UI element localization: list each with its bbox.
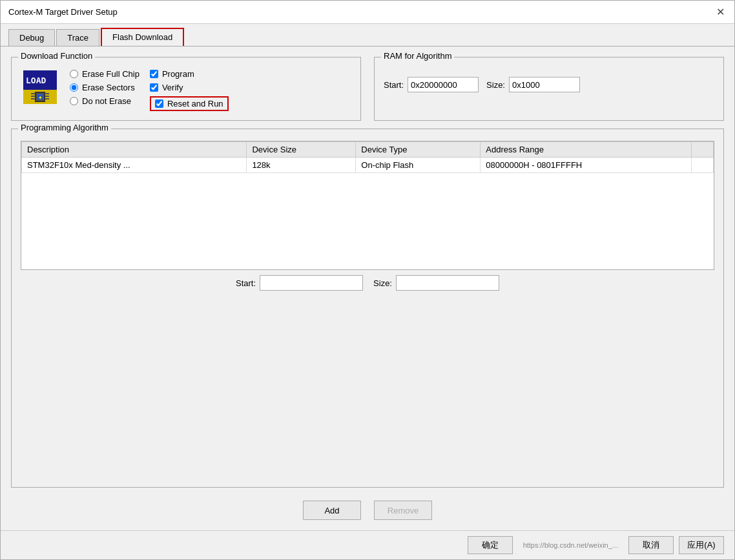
download-function-group: Download Function LOAD	[11, 57, 361, 121]
erase-sectors-label: Erase Sectors	[82, 83, 135, 92]
do-not-erase-label: Do not Erase	[82, 96, 131, 106]
table-row[interactable]: STM32F10x Med-density ... 128k On-chip F…	[22, 158, 714, 173]
prog-size-label: Size:	[373, 278, 392, 288]
program-option[interactable]: Program	[150, 69, 229, 79]
checkbox-options: Program Verify Reset and Run	[150, 69, 229, 111]
ram-size-field: Size:	[486, 77, 580, 92]
erase-full-chip-radio[interactable]	[70, 70, 78, 78]
prog-size-input[interactable]	[396, 275, 499, 291]
reset-and-run-option[interactable]: Reset and Run	[150, 96, 229, 111]
verify-checkbox[interactable]	[150, 83, 158, 92]
table-header-row: Description Device Size Device Type Addr…	[22, 142, 714, 158]
ram-size-label: Size:	[486, 80, 505, 90]
erase-sectors-option[interactable]: Erase Sectors	[70, 83, 140, 92]
ram-algorithm-group: RAM for Algorithm Start: Size:	[374, 57, 724, 121]
ram-algorithm-legend: RAM for Algorithm	[381, 51, 454, 61]
ram-start-label: Start:	[384, 80, 404, 90]
title-bar: Cortex-M Target Driver Setup ✕	[1, 1, 734, 24]
svg-rect-7	[31, 98, 35, 99]
bottom-bar: 确定 https://blog.csdn.net/weixin_... 取消 应…	[1, 530, 734, 559]
ram-size-input[interactable]	[509, 77, 580, 92]
svg-text:✦: ✦	[38, 95, 43, 101]
prog-table-wrapper: Description Device Size Device Type Addr…	[21, 141, 714, 270]
cell-device-type: On-chip Flash	[356, 158, 481, 173]
program-label: Program	[162, 69, 194, 79]
erase-sectors-radio[interactable]	[70, 83, 78, 92]
prog-start-input[interactable]	[260, 275, 363, 291]
verify-label: Verify	[162, 83, 183, 92]
apply-button[interactable]: 应用(A)	[679, 536, 724, 554]
add-button[interactable]: Add	[303, 501, 361, 520]
col-extra	[692, 142, 714, 158]
button-row: Add Remove	[11, 501, 724, 520]
programming-algorithm-group: Programming Algorithm Description Device…	[11, 129, 724, 488]
programming-algorithm-legend: Programming Algorithm	[18, 123, 111, 132]
col-address-range: Address Range	[481, 142, 692, 158]
tab-trace[interactable]: Trace	[56, 29, 99, 46]
prog-size-field: Size:	[373, 275, 499, 291]
erase-full-chip-label: Erase Full Chip	[82, 69, 140, 79]
cancel-button[interactable]: 取消	[628, 536, 674, 554]
tab-debug[interactable]: Debug	[8, 29, 55, 46]
svg-rect-5	[31, 93, 35, 94]
download-function-inner: LOAD	[21, 68, 351, 111]
download-function-legend: Download Function	[18, 51, 95, 61]
top-row: Download Function LOAD	[11, 57, 724, 121]
prog-start-field: Start:	[236, 275, 363, 291]
tab-bar: Debug Trace Flash Download	[1, 24, 734, 47]
reset-and-run-checkbox[interactable]	[155, 99, 163, 108]
svg-rect-6	[31, 96, 35, 97]
svg-rect-9	[45, 96, 49, 97]
col-description: Description	[22, 142, 247, 158]
verify-option[interactable]: Verify	[150, 83, 229, 92]
svg-rect-10	[45, 98, 49, 99]
col-device-type: Device Type	[356, 142, 481, 158]
main-window: Cortex-M Target Driver Setup ✕ Debug Tra…	[0, 0, 735, 560]
cell-address-range: 08000000H - 0801FFFFH	[481, 158, 692, 173]
do-not-erase-option[interactable]: Do not Erase	[70, 96, 140, 106]
do-not-erase-radio[interactable]	[70, 97, 78, 105]
cell-description: STM32F10x Med-density ...	[22, 158, 247, 173]
svg-rect-8	[45, 93, 49, 94]
prog-bottom: Start: Size:	[21, 275, 714, 291]
close-button[interactable]: ✕	[714, 6, 727, 19]
reset-and-run-label: Reset and Run	[167, 99, 223, 109]
col-device-size: Device Size	[247, 142, 356, 158]
program-checkbox[interactable]	[150, 70, 158, 78]
cell-extra	[692, 158, 714, 173]
ok-button[interactable]: 确定	[468, 536, 513, 554]
ram-start-input[interactable]	[408, 77, 479, 92]
radio-options: Erase Full Chip Erase Sectors Do not Era…	[70, 69, 140, 106]
tab-flash-download[interactable]: Flash Download	[101, 28, 184, 46]
main-content: Download Function LOAD	[1, 47, 734, 530]
load-icon: LOAD	[21, 68, 59, 107]
erase-full-chip-option[interactable]: Erase Full Chip	[70, 69, 140, 79]
cell-device-size: 128k	[247, 158, 356, 173]
load-svg: LOAD	[23, 70, 57, 104]
prog-table: Description Device Size Device Type Addr…	[21, 141, 714, 173]
remove-button[interactable]: Remove	[374, 501, 432, 520]
watermark-text: https://blog.csdn.net/weixin_...	[523, 541, 618, 549]
ram-start-field: Start:	[384, 77, 479, 92]
svg-text:LOAD: LOAD	[26, 76, 46, 85]
prog-start-label: Start:	[236, 278, 256, 288]
ram-inner: Start: Size:	[384, 77, 714, 92]
window-title: Cortex-M Target Driver Setup	[8, 7, 118, 17]
